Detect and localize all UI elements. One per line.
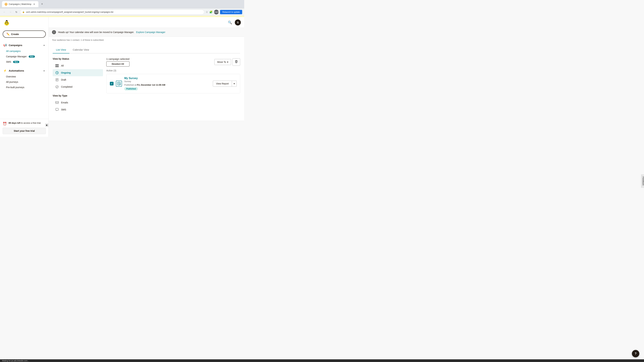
explore-campaign-manager-link[interactable]: Explore Campaign Manager [136,31,165,33]
app-container: ✏️ Create 📢 Campaigns ▲ All campaigns Ca… [0,17,244,137]
main-content: 🔍 S ! Heads up! Your calendar view will … [49,17,244,137]
campaigns-area: List View Calendar View View by Status [49,43,244,120]
address-bar[interactable]: 🔒 us21.admin.mailchimp.com/campaigns/#f_… [20,9,204,14]
forward-button[interactable]: → [8,10,13,14]
bookmark-icon[interactable]: ☆ [206,10,208,13]
campaign-card: ✓ My Survey [106,74,240,93]
status-section-title: View by Status [53,57,103,60]
selected-count-text: 1 campaign selected [106,57,130,60]
url-text: us21.admin.mailchimp.com/campaigns/#f_as… [26,11,202,13]
trial-text: 89 days left to access a free trial. [8,122,41,124]
browser-tab[interactable]: M Campaigns | Mailchimp ✕ [2,1,38,7]
active-count-label: Active (3) [106,69,240,72]
start-trial-button[interactable]: Start your free trial [3,128,46,134]
sidebar-bottom: ⏰ 89 days left to access a free trial. S… [0,119,48,137]
completed-filter-label: Completed [61,85,72,88]
view-tabs: List View Calendar View [53,46,240,53]
ongoing-filter-label: Ongoing [61,71,71,74]
create-button[interactable]: ✏️ Create [3,30,46,38]
tab-close-button[interactable]: ✕ [33,3,36,6]
svg-point-4 [8,23,8,23]
dropdown-chevron-icon: ▾ [234,82,235,85]
deselect-all-button[interactable]: Deselect All [106,61,130,66]
campaigns-nav-header[interactable]: 📢 Campaigns ▲ [0,42,48,48]
alert-banner: ! Heads up! Your calendar view will soon… [49,28,244,37]
filter-all[interactable]: All [53,62,103,69]
prebuilt-label: Pre-built journeys [6,86,24,89]
campaigns-list: 1 campaign selected Deselect All Move To… [106,57,240,117]
sidebar-item-campaign-manager[interactable]: Campaign Manager New [0,54,48,59]
automations-nav-header[interactable]: ⚡ Automations ▲ [0,67,48,74]
refresh-button[interactable]: ↻ [14,10,19,14]
campaign-date: Published at Fri, December 1st 11:00 AM [124,84,210,86]
audience-notice-text: Your audience has 1 contact. 1 of these … [52,39,104,41]
alert-message: Heads up! Your calendar view will soon b… [58,31,134,33]
move-to-chevron-icon: ▾ [227,61,228,63]
campaign-checkbox[interactable]: ✓ [110,82,114,85]
move-to-label: Move To [217,61,226,63]
checkmark-icon: ✓ [111,82,113,85]
extensions-icon[interactable]: 🧩 [209,10,213,13]
draft-filter-icon [55,78,59,82]
filter-draft[interactable]: Draft [53,76,103,83]
filter-emails[interactable]: Emails [53,99,103,106]
lock-icon: 🔒 [22,11,25,13]
automations-section: ⚡ Automations ▲ Overview All journeys Pr… [0,66,48,91]
sidebar-resize-handle[interactable]: ◧ [45,123,48,127]
browser-chrome: M Campaigns | Mailchimp ✕ + [0,0,244,8]
ongoing-filter-icon [55,71,59,75]
sidebar-item-prebuilt[interactable]: Pre-built journeys [0,85,48,90]
new-tab-button[interactable]: + [40,2,44,6]
filter-completed[interactable]: Completed [53,83,103,90]
status-filter-section: View by Status All [53,57,103,90]
sidebar-item-all-journeys[interactable]: All journeys [0,79,48,85]
survey-type-icon [116,81,122,87]
tab-list-view[interactable]: List View [53,46,70,53]
svg-point-3 [6,23,6,23]
automations-icon: ⚡ [3,69,7,72]
incognito-icon: Incognito [214,10,219,14]
emails-filter-label: Emails [61,101,68,104]
svg-rect-8 [57,64,58,65]
relaunch-button[interactable]: Relaunch to update [220,10,242,14]
sidebar-logo [0,17,48,29]
campaigns-nav-label: Campaigns [9,44,22,46]
all-filter-icon [55,64,59,68]
tab-title: Campaigns | Mailchimp [9,3,31,5]
delete-button[interactable] [232,58,240,66]
avatar[interactable]: S [235,19,241,25]
clock-icon: ⏰ [3,122,7,126]
emails-filter-icon [55,100,59,105]
automations-chevron-icon: ▲ [43,69,45,72]
trash-icon [234,60,238,64]
campaigns-grid: View by Status All [53,57,240,117]
tab-calendar-view[interactable]: Calendar View [70,46,92,53]
all-campaigns-label: All campaigns [6,50,21,52]
sidebar: ✏️ Create 📢 Campaigns ▲ All campaigns Ca… [0,17,49,137]
svg-point-6 [6,21,8,23]
view-report-dropdown-button[interactable]: ▾ [232,81,237,87]
completed-filter-icon [55,85,59,89]
campaigns-chevron-icon: ▲ [43,44,45,46]
date-label: Published at [124,84,136,86]
svg-rect-9 [56,66,57,67]
filter-sms[interactable]: SMS [53,106,103,113]
sidebar-item-sms[interactable]: SMS New [0,59,48,64]
status-badge: Published [124,87,138,90]
back-button[interactable]: ← [2,10,7,14]
tab-favicon: M [5,3,8,5]
overview-label: Overview [6,75,16,78]
sms-badge: New [13,61,19,63]
filter-ongoing[interactable]: Ongoing [53,69,103,76]
automations-sub-nav: Overview All journeys Pre-built journeys [0,74,48,90]
view-report-button[interactable]: View Report [213,81,232,87]
svg-rect-7 [56,64,57,65]
sms-label: SMS [6,60,11,63]
search-icon[interactable]: 🔍 [228,20,232,24]
incognito-label: Incognito [213,11,220,13]
sidebar-item-overview[interactable]: Overview [0,74,48,79]
move-to-button[interactable]: Move To ▾ [214,59,231,65]
campaign-name[interactable]: My Survey [124,77,210,80]
sidebar-item-all-campaigns[interactable]: All campaigns [0,48,48,54]
nav-right: ☆ 🧩 Incognito Relaunch to update [206,10,242,14]
